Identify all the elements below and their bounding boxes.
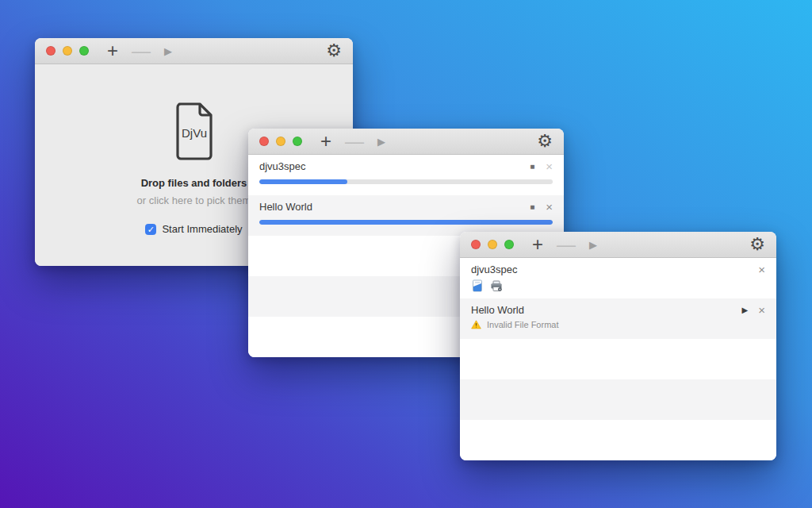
start-conversion-button[interactable]: ▶ — [377, 136, 385, 148]
file-name: Hello World — [471, 304, 524, 316]
empty-row — [460, 379, 776, 420]
settings-gear-icon[interactable]: ⚙ — [326, 40, 342, 62]
start-conversion-button[interactable]: ▶ — [589, 239, 597, 251]
remove-files-button[interactable]: — — [345, 130, 364, 152]
start-immediately-label: Start Immediately — [162, 223, 242, 235]
retry-play-icon[interactable]: ▶ — [742, 306, 749, 314]
add-files-button[interactable]: + — [107, 40, 118, 62]
results-window: + — ▶ ⚙ djvu3spec × — [460, 232, 776, 460]
result-row: Hello World ▶ × Invalid File Format — [460, 298, 776, 339]
empty-row — [460, 339, 776, 379]
zoom-window-button[interactable] — [79, 46, 89, 56]
close-window-button[interactable] — [259, 137, 269, 146]
empty-row — [460, 420, 776, 460]
titlebar[interactable]: + — ▶ ⚙ — [248, 129, 564, 155]
warning-icon — [471, 320, 481, 329]
start-immediately-row: ✓ Start Immediately — [145, 223, 242, 235]
close-icon[interactable]: × — [546, 161, 553, 172]
close-window-button[interactable] — [471, 240, 481, 249]
window-controls — [259, 137, 302, 146]
minimize-window-button[interactable] — [488, 240, 497, 249]
close-window-button[interactable] — [46, 46, 56, 56]
close-icon[interactable]: × — [758, 264, 765, 275]
drop-subtitle: or click here to pick them — [137, 194, 251, 206]
window-controls — [471, 240, 514, 249]
close-icon[interactable]: × — [758, 305, 765, 316]
titlebar[interactable]: + — ▶ ⚙ — [35, 38, 353, 64]
progress-fill — [259, 179, 347, 184]
error-message: Invalid File Format — [487, 320, 558, 329]
minimize-window-button[interactable] — [276, 137, 285, 146]
add-files-button[interactable]: + — [532, 233, 543, 256]
add-files-button[interactable]: + — [320, 130, 331, 152]
stop-icon[interactable]: ■ — [530, 162, 534, 171]
progress-fill — [259, 220, 553, 225]
result-row: djvu3spec × — [460, 258, 776, 298]
close-icon[interactable]: × — [546, 202, 553, 213]
file-name: Hello World — [259, 201, 312, 213]
djvu-icon-label: DjVu — [182, 126, 207, 140]
file-name: djvu3spec — [471, 264, 518, 275]
drop-title: Drop files and folders — [141, 177, 247, 189]
progress-bar — [259, 220, 553, 225]
djvu-file-icon[interactable] — [471, 279, 484, 292]
settings-gear-icon[interactable]: ⚙ — [749, 233, 765, 256]
start-conversion-button[interactable]: ▶ — [164, 45, 172, 57]
start-immediately-checkbox[interactable]: ✓ — [145, 224, 156, 235]
results-list: djvu3spec × — [460, 258, 776, 460]
djvu-document-icon: DjVu — [171, 102, 217, 160]
zoom-window-button[interactable] — [504, 240, 514, 249]
progress-bar — [259, 179, 553, 184]
file-name: djvu3spec — [259, 160, 306, 172]
titlebar[interactable]: + — ▶ ⚙ — [460, 232, 776, 258]
stop-icon[interactable]: ■ — [530, 202, 534, 211]
conversion-row: Hello World ■ × — [248, 195, 564, 236]
settings-gear-icon[interactable]: ⚙ — [537, 130, 553, 152]
minimize-window-button[interactable] — [63, 46, 72, 56]
output-files — [471, 279, 503, 292]
remove-files-button[interactable]: — — [557, 233, 576, 256]
zoom-window-button[interactable] — [293, 137, 302, 146]
printer-file-icon[interactable] — [490, 279, 503, 292]
conversion-row: djvu3spec ■ × — [248, 155, 564, 195]
window-controls — [46, 46, 89, 56]
remove-files-button[interactable]: — — [132, 40, 151, 62]
